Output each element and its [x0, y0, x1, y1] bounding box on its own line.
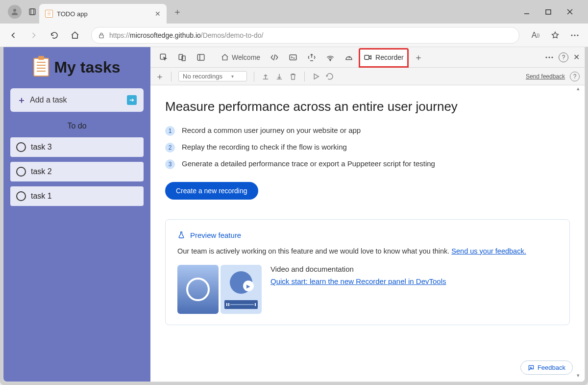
forward-button[interactable]: [25, 27, 42, 44]
window-controls: [523, 8, 586, 15]
svg-rect-1: [29, 9, 35, 15]
tab-performance-icon[interactable]: [341, 48, 357, 67]
flask-icon: [177, 231, 185, 239]
step-text: Generate a detailed performance trace or…: [182, 159, 435, 168]
svg-rect-19: [365, 55, 369, 59]
checkbox-icon[interactable]: [16, 167, 26, 177]
quick-start-link[interactable]: Quick start: learn the new Recorder pane…: [270, 277, 446, 285]
devtools-panel: Welcome Recorder ＋ ? ✕ ＋: [150, 47, 585, 382]
svg-rect-7: [99, 35, 103, 38]
task-label: task 3: [31, 143, 52, 152]
task-item[interactable]: task 1: [10, 186, 144, 206]
svg-rect-2: [31, 9, 34, 15]
svg-point-17: [330, 60, 331, 61]
chevron-down-icon: ▾: [231, 74, 234, 79]
browser-tab[interactable]: ☰ TODO app ✕: [39, 4, 167, 24]
new-tab-button[interactable]: ＋: [170, 6, 185, 18]
site-info-icon[interactable]: [98, 31, 105, 39]
media-title: Video and documentation: [270, 265, 558, 273]
tab-actions-icon[interactable]: [25, 5, 39, 19]
svg-rect-16: [290, 54, 296, 60]
task-item[interactable]: task 3: [10, 137, 144, 157]
clipboard-icon: [33, 58, 49, 77]
content-area: My tasks ＋ Add a task ➔ To do task 3 tas…: [3, 47, 585, 382]
dock-side-icon[interactable]: [193, 48, 209, 67]
preview-media: ▶ Video and documentation Quick start: l…: [177, 265, 558, 314]
recordings-dropdown[interactable]: No recordings ▾: [178, 71, 247, 81]
step-number: 1: [165, 126, 175, 136]
tab-close-icon[interactable]: ✕: [155, 10, 161, 18]
read-aloud-icon[interactable]: A)): [527, 27, 544, 44]
svg-point-0: [13, 9, 16, 12]
preview-heading: Preview feature: [177, 231, 558, 239]
thumbnail-image: [177, 265, 219, 314]
devtools-menu-icon[interactable]: [545, 56, 554, 58]
step-item: 3Generate a detailed performance trace o…: [165, 159, 570, 169]
toolbar-help-icon[interactable]: ?: [570, 72, 580, 81]
send-feedback-link[interactable]: Send feedback: [526, 73, 565, 80]
tab-elements-icon[interactable]: [266, 48, 283, 67]
toolbar-actions: A)): [527, 27, 583, 44]
step-text: Record a common user journey on your web…: [182, 126, 361, 134]
svg-rect-4: [546, 10, 551, 14]
play-icon: ▶: [243, 281, 254, 291]
submit-icon[interactable]: ➔: [127, 95, 137, 105]
profile-icon[interactable]: [8, 5, 22, 19]
new-recording-icon[interactable]: ＋: [155, 71, 164, 82]
task-label: task 2: [31, 167, 52, 176]
titlebar-left: [2, 5, 39, 19]
favorites-icon[interactable]: [547, 27, 564, 44]
feedback-button[interactable]: Feedback: [520, 360, 573, 375]
dropdown-label: No recordings: [183, 73, 222, 80]
step-item: 2Replay the recording to check if the fl…: [165, 143, 570, 153]
delete-icon[interactable]: [289, 72, 297, 81]
plus-icon: ＋: [17, 94, 26, 106]
more-tabs-button[interactable]: ＋: [410, 48, 427, 67]
import-icon[interactable]: [261, 72, 270, 81]
browser-window: ☰ TODO app ✕ ＋ https://microsoftedge.git…: [0, 0, 588, 385]
video-thumbnail[interactable]: ▶: [220, 265, 262, 314]
tab-sources-icon[interactable]: [303, 48, 320, 67]
svg-point-8: [571, 34, 572, 36]
step-item: 1Record a common user journey on your we…: [165, 126, 570, 136]
help-icon[interactable]: ?: [559, 52, 568, 62]
home-button[interactable]: [67, 27, 83, 44]
tab-network-icon[interactable]: [322, 48, 339, 67]
svg-point-22: [551, 56, 553, 58]
back-button[interactable]: [5, 27, 22, 44]
tab-favicon-icon: ☰: [45, 10, 53, 18]
tab-welcome[interactable]: Welcome: [217, 48, 264, 67]
create-recording-button[interactable]: Create a new recording: [165, 182, 258, 200]
devtools-tabstrip: Welcome Recorder ＋ ? ✕: [150, 47, 585, 68]
checkbox-icon[interactable]: [16, 191, 26, 201]
performance-replay-icon[interactable]: [325, 72, 334, 81]
address-bar[interactable]: https://microsoftedge.github.io/Demos/de…: [91, 27, 519, 44]
svg-rect-14: [197, 54, 204, 60]
checkbox-icon[interactable]: [16, 142, 26, 152]
section-heading: To do: [10, 122, 144, 130]
maximize-button[interactable]: [545, 8, 557, 15]
preview-feature-box: Preview feature Our team is actively wor…: [165, 219, 570, 325]
nav-toolbar: https://microsoftedge.github.io/Demos/de…: [0, 24, 588, 47]
add-task-button[interactable]: ＋ Add a task ➔: [10, 88, 144, 112]
recorder-toolbar: ＋ No recordings ▾ Send feedback ?: [150, 68, 585, 85]
tab-recorder[interactable]: Recorder: [359, 49, 408, 67]
tab-console-icon[interactable]: [285, 48, 301, 67]
devtools-close-icon[interactable]: ✕: [573, 52, 580, 62]
step-number: 2: [165, 143, 175, 153]
settings-menu-icon[interactable]: [566, 27, 583, 44]
refresh-button[interactable]: [46, 27, 63, 44]
scroll-down-icon[interactable]: ▾: [577, 372, 584, 379]
minimize-button[interactable]: [523, 8, 535, 15]
svg-point-10: [577, 34, 578, 36]
replay-icon[interactable]: [312, 72, 320, 81]
titlebar: ☰ TODO app ✕ ＋: [0, 0, 588, 24]
export-icon[interactable]: [275, 72, 284, 81]
preview-text: Our team is actively working on this fea…: [177, 246, 558, 256]
send-feedback-inline-link[interactable]: Send us your feedback.: [451, 247, 526, 255]
device-emulation-icon[interactable]: [174, 48, 191, 67]
step-text: Replay the recording to check if the flo…: [182, 143, 347, 151]
close-button[interactable]: [566, 8, 578, 15]
task-item[interactable]: task 2: [10, 162, 144, 181]
inspect-icon[interactable]: [155, 48, 172, 67]
